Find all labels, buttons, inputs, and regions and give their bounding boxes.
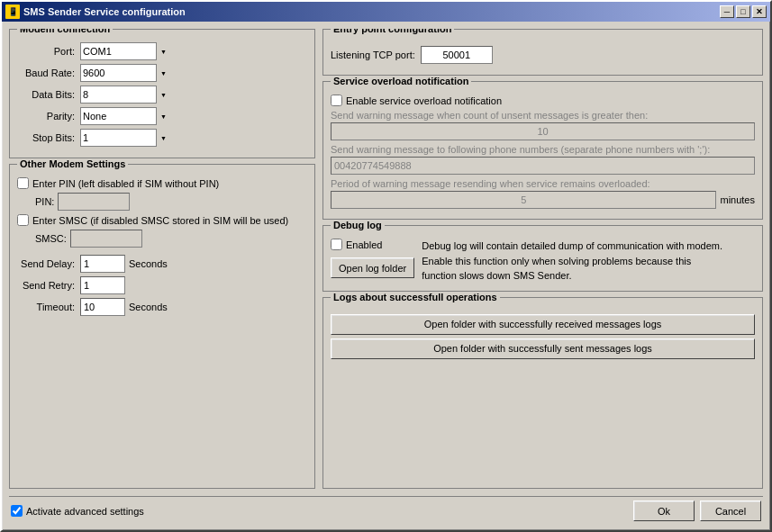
debug-description: Debug log will contain detailed dump of … (422, 239, 755, 284)
stop-bits-label: Stop Bits: (17, 132, 80, 143)
minimize-button[interactable]: ─ (720, 5, 734, 18)
port-select[interactable]: COM1 COM2 COM3 COM4 (80, 42, 170, 60)
window-icon: 📱 (5, 5, 20, 19)
period-input[interactable] (331, 191, 716, 209)
timeout-row: Timeout: Seconds (17, 298, 307, 316)
debug-left: Enabled Open log folder (331, 239, 414, 278)
period-label: Period of warning message resending when… (331, 178, 755, 189)
minutes-row: minutes (331, 191, 755, 209)
period-section: Period of warning message resending when… (331, 178, 755, 209)
smsc-label: SMSC: (35, 233, 67, 244)
debug-enabled-row: Enabled (331, 239, 382, 250)
titlebar: 📱 SMS Sender Service configuration ─ □ ✕ (2, 2, 770, 22)
pin-input[interactable] (58, 193, 130, 211)
debug-desc-line1: Debug log will contain detailed dump of … (422, 240, 722, 251)
smsc-checkbox-label: Enter SMSC (if disabled SMSC stored in S… (32, 215, 288, 226)
warning-count-label: Send warning message when count of unsen… (331, 110, 755, 121)
debug-desc-line2: Enable this function only when solving p… (422, 256, 691, 266)
send-delay-row: Send Delay: Seconds (17, 255, 307, 273)
pin-checkbox-row: Enter PIN (left disabled if SIM without … (17, 177, 307, 189)
send-retry-input[interactable] (80, 276, 125, 294)
right-panel: Entry point configuration Listening TCP … (322, 29, 763, 489)
service-overload-title: Service overload notification (331, 76, 471, 86)
received-logs-row: Open folder with successfully received m… (331, 314, 755, 335)
other-modem-group: Other Modem Settings Enter PIN (left dis… (9, 164, 315, 489)
smsc-input[interactable] (70, 230, 142, 248)
tcp-port-row: Listening TCP port: (331, 42, 755, 68)
pin-checkbox[interactable] (17, 177, 29, 189)
entry-point-group: Entry point configuration Listening TCP … (322, 29, 763, 76)
warning-phone-label: Send warning message to following phone … (331, 144, 755, 155)
baud-row: Baud Rate: 9600 19200 38400 57600 115200… (17, 64, 307, 82)
tcp-port-input[interactable] (421, 46, 493, 64)
window-title: SMS Sender Service configuration (23, 6, 716, 17)
logs-title: Logs about successfull operations (331, 292, 500, 302)
main-area: Modem connection Port: COM1 COM2 COM3 CO… (9, 29, 763, 489)
other-modem-title: Other Modem Settings (17, 158, 128, 169)
activate-advanced-checkbox[interactable] (11, 505, 23, 517)
service-overload-group: Service overload notification Enable ser… (322, 81, 763, 220)
parity-label: Parity: (17, 111, 80, 122)
cancel-button[interactable]: Cancel (700, 500, 761, 521)
tcp-port-label: Listening TCP port: (331, 50, 415, 60)
warning-phone-input[interactable] (331, 157, 755, 175)
send-delay-label: Send Delay: (17, 258, 80, 269)
left-panel: Modem connection Port: COM1 COM2 COM3 CO… (9, 29, 315, 489)
close-button[interactable]: ✕ (752, 5, 767, 18)
baud-label: Baud Rate: (17, 68, 80, 78)
debug-row: Enabled Open log folder Debug log will c… (331, 239, 755, 284)
ok-button[interactable]: Ok (633, 500, 695, 521)
bottom-bar: Activate advanced settings Ok Cancel (9, 496, 763, 523)
port-row: Port: COM1 COM2 COM3 COM4 ▼ (17, 42, 307, 60)
warning-phone-section: Send warning message to following phone … (331, 144, 755, 175)
modem-connection-title: Modem connection (17, 29, 113, 34)
port-label: Port: (17, 46, 80, 57)
open-log-folder-button[interactable]: Open log folder (331, 257, 414, 278)
baud-select[interactable]: 9600 19200 38400 57600 115200 (80, 64, 170, 82)
debug-log-title: Debug log (331, 220, 385, 230)
stop-bits-row: Stop Bits: 1 2 ▼ (17, 129, 307, 147)
send-retry-row: Send Retry: (17, 276, 307, 294)
titlebar-buttons: ─ □ ✕ (720, 5, 767, 18)
pin-checkbox-label: Enter PIN (left disabled if SIM without … (32, 178, 219, 189)
timeout-label: Timeout: (17, 302, 80, 312)
timeout-unit: Seconds (129, 302, 168, 312)
bottom-right: Ok Cancel (633, 500, 761, 521)
overload-enable-row: Enable service overload notification (331, 95, 755, 106)
smsc-row: SMSC: (35, 230, 307, 248)
data-bits-label: Data Bits: (17, 89, 80, 100)
debug-log-group: Debug log Enabled Open log folder Debug … (322, 225, 763, 292)
data-bits-select[interactable]: 7 8 (80, 86, 170, 104)
window-content: Modem connection Port: COM1 COM2 COM3 CO… (2, 22, 770, 530)
send-delay-input[interactable] (80, 255, 125, 273)
send-retry-label: Send Retry: (17, 280, 80, 291)
activate-advanced-label: Activate advanced settings (26, 506, 144, 517)
maximize-button[interactable]: □ (736, 5, 750, 18)
stop-bits-select[interactable]: 1 2 (80, 129, 170, 147)
send-delay-unit: Seconds (129, 258, 168, 269)
overload-enable-label: Enable service overload notification (346, 95, 502, 106)
timeout-input[interactable] (80, 298, 125, 316)
port-select-container: COM1 COM2 COM3 COM4 ▼ (80, 42, 170, 60)
stop-bits-select-container: 1 2 ▼ (80, 129, 170, 147)
debug-enabled-checkbox[interactable] (331, 239, 342, 250)
modem-connection-group: Modem connection Port: COM1 COM2 COM3 CO… (9, 29, 315, 158)
received-logs-button[interactable]: Open folder with successfully received m… (331, 314, 755, 335)
sent-logs-button[interactable]: Open folder with successfully sent messa… (331, 338, 755, 359)
parity-row: Parity: None Odd Even ▼ (17, 107, 307, 125)
smsc-checkbox[interactable] (17, 214, 29, 226)
parity-select[interactable]: None Odd Even (80, 107, 170, 125)
logs-group: Logs about successfull operations Open f… (322, 297, 763, 490)
pin-label: PIN: (35, 196, 54, 207)
debug-desc-line3: function slows down SMS Sender. (422, 270, 571, 281)
debug-enabled-label: Enabled (346, 239, 382, 250)
overload-enable-checkbox[interactable] (331, 95, 342, 106)
data-bits-select-container: 7 8 ▼ (80, 86, 170, 104)
sent-logs-row: Open folder with successfully sent messa… (331, 338, 755, 359)
baud-select-container: 9600 19200 38400 57600 115200 ▼ (80, 64, 170, 82)
warning-count-input[interactable] (331, 122, 755, 140)
pin-row: PIN: (35, 193, 307, 211)
main-window: 📱 SMS Sender Service configuration ─ □ ✕… (0, 0, 772, 532)
warning-count-section: Send warning message when count of unsen… (331, 110, 755, 140)
data-bits-row: Data Bits: 7 8 ▼ (17, 86, 307, 104)
